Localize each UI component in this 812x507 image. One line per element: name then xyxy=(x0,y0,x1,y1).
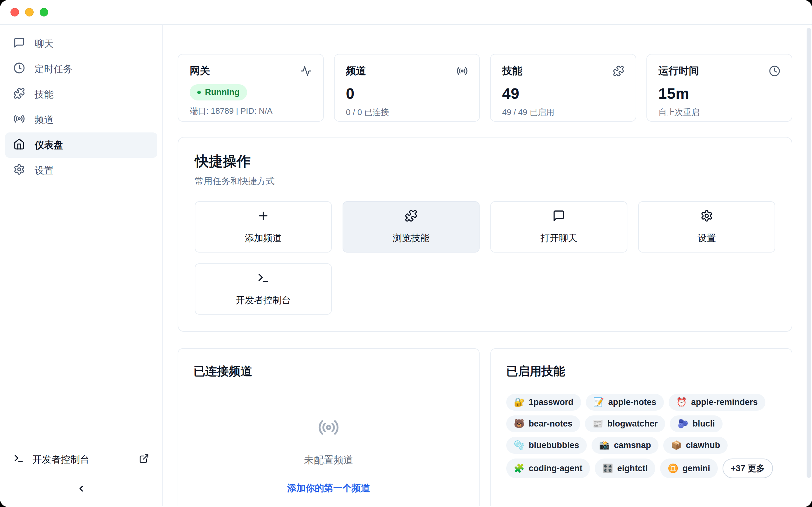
dev-console-label: 开发者控制台 xyxy=(32,453,90,466)
skill-emoji: 📝 xyxy=(594,398,604,406)
gateway-card-title: 网关 xyxy=(190,64,210,78)
skill-emoji: 🔐 xyxy=(514,398,525,406)
skill-emoji: 🫐 xyxy=(677,419,688,428)
connected-channels-card: 已连接频道 未配置频道 添加你的第一个频道 xyxy=(177,348,479,506)
gear-icon xyxy=(13,164,25,177)
sidebar: 聊天 定时任务 技能 频道 仪表盘 设置 xyxy=(0,25,163,506)
more-chip[interactable]: +37 更多 xyxy=(722,458,773,478)
skills-card: 技能 49 49 / 49 已启用 xyxy=(490,54,636,122)
skill-chip-coding-agent[interactable]: 🧩coding-agent xyxy=(506,458,590,478)
puzzle-icon xyxy=(13,88,25,101)
action-label: 开发者控制台 xyxy=(236,294,291,307)
gear-icon xyxy=(700,210,713,224)
radio-icon xyxy=(456,65,468,77)
external-link-icon[interactable] xyxy=(139,453,149,466)
quick-actions-grid: 添加频道 浏览技能 打开聊天 设置 xyxy=(195,201,775,315)
sidebar-collapse-button[interactable] xyxy=(72,480,90,498)
sidebar-item-channels[interactable]: 频道 xyxy=(5,107,157,132)
status-label: Running xyxy=(205,88,240,97)
action-label: 打开聊天 xyxy=(541,232,577,245)
skill-label: bluebubbles xyxy=(529,441,579,450)
radio-icon xyxy=(318,417,339,440)
channels-count: 0 xyxy=(346,85,468,102)
sidebar-item-label: 仪表盘 xyxy=(35,139,63,152)
quick-actions-subtitle: 常用任务和快捷方式 xyxy=(195,175,775,187)
skill-chip-1password[interactable]: 🔐1password xyxy=(506,394,581,411)
skill-chip-apple-notes[interactable]: 📝apple-notes xyxy=(586,394,664,411)
enabled-skills-title: 已启用技能 xyxy=(506,363,776,379)
skill-label: clawhub xyxy=(686,441,720,450)
skill-label: blogwatcher xyxy=(607,419,658,429)
add-first-channel-link[interactable]: 添加你的第一个频道 xyxy=(287,482,370,495)
skill-label: gemini xyxy=(682,464,710,473)
chat-bubble-icon xyxy=(553,210,565,224)
skills-card-subtext: 49 / 49 已启用 xyxy=(502,107,624,118)
skills-count: 49 xyxy=(502,85,624,102)
skill-label: 1password xyxy=(529,397,573,407)
zoom-button[interactable] xyxy=(40,8,48,16)
skill-chip-bear-notes[interactable]: 🐻bear-notes xyxy=(506,415,580,432)
scrollbar-thumb[interactable] xyxy=(807,28,811,478)
skill-chip-clawhub[interactable]: 📦clawhub xyxy=(663,437,728,454)
skill-emoji: 📸 xyxy=(599,441,610,450)
minimize-button[interactable] xyxy=(25,8,34,16)
empty-channels-text: 未配置频道 xyxy=(304,453,353,467)
skill-chip-blucli[interactable]: 🫐blucli xyxy=(670,415,722,432)
skill-chip-camsnap[interactable]: 📸camsnap xyxy=(592,437,659,454)
clock-icon xyxy=(769,65,780,77)
app-window: 聊天 定时任务 技能 频道 仪表盘 设置 xyxy=(0,0,812,507)
skill-label: camsnap xyxy=(614,441,651,450)
add-channel-button[interactable]: 添加频道 xyxy=(195,201,332,252)
skill-emoji: 📰 xyxy=(593,419,603,428)
skill-chip-eightctl[interactable]: 🎛️eightctl xyxy=(595,458,655,478)
uptime-card-title: 运行时间 xyxy=(658,64,699,78)
close-button[interactable] xyxy=(10,8,19,16)
browse-skills-button[interactable]: 浏览技能 xyxy=(343,201,479,252)
skill-emoji: 🎛️ xyxy=(602,464,613,473)
uptime-value: 15m xyxy=(658,85,780,102)
skill-chip-gemini[interactable]: ♊️gemini xyxy=(660,458,718,478)
gateway-card: 网关 Running 端口: 18789 | PID: N/A xyxy=(177,54,324,122)
action-label: 浏览技能 xyxy=(393,232,429,245)
sidebar-item-skills[interactable]: 技能 xyxy=(5,82,157,107)
sidebar-item-settings[interactable]: 设置 xyxy=(5,158,157,183)
status-dot xyxy=(197,91,201,94)
uptime-card: 运行时间 15m 自上次重启 xyxy=(647,54,793,122)
sidebar-item-label: 设置 xyxy=(35,164,54,177)
main-content: 网关 Running 端口: 18789 | PID: N/A 频道 0 xyxy=(163,25,812,506)
clock-icon xyxy=(13,62,25,76)
skill-label: eightctl xyxy=(617,464,648,473)
skill-emoji: 📦 xyxy=(671,441,681,450)
skill-label: apple-reminders xyxy=(691,397,758,407)
activity-icon xyxy=(300,65,312,77)
dev-console-button[interactable]: 开发者控制台 xyxy=(195,263,332,315)
skill-label: blucli xyxy=(693,419,715,429)
plus-icon xyxy=(257,210,270,224)
chevron-left-icon xyxy=(77,484,86,493)
sidebar-item-scheduled-tasks[interactable]: 定时任务 xyxy=(5,56,157,82)
settings-button[interactable]: 设置 xyxy=(638,201,775,252)
sidebar-item-label: 定时任务 xyxy=(35,63,72,76)
terminal-icon xyxy=(13,453,24,466)
skill-emoji: ⏰ xyxy=(676,398,687,406)
skills-card-title: 技能 xyxy=(502,64,522,78)
status-badge: Running xyxy=(190,84,247,101)
skill-chip-apple-reminders[interactable]: ⏰apple-reminders xyxy=(669,394,765,411)
dev-console-link[interactable]: 开发者控制台 xyxy=(5,447,157,471)
sidebar-item-label: 频道 xyxy=(35,113,54,126)
sidebar-item-dashboard[interactable]: 仪表盘 xyxy=(5,132,157,158)
radio-icon xyxy=(13,113,25,127)
action-label: 添加频道 xyxy=(245,232,282,245)
sidebar-item-chat[interactable]: 聊天 xyxy=(5,31,157,56)
skill-chip-bluebubbles[interactable]: 🫧bluebubbles xyxy=(506,437,587,454)
channels-card: 频道 0 0 / 0 已连接 xyxy=(334,54,480,122)
skill-chip-blogwatcher[interactable]: 📰blogwatcher xyxy=(585,415,665,432)
chat-bubble-icon xyxy=(13,37,25,51)
channels-card-title: 频道 xyxy=(346,64,366,78)
bottom-row: 已连接频道 未配置频道 添加你的第一个频道 已启用技能 🔐1password📝a… xyxy=(177,348,792,506)
terminal-icon xyxy=(257,272,270,286)
skill-emoji: ♊️ xyxy=(668,464,678,473)
connected-channels-title: 已连接频道 xyxy=(194,363,464,379)
uptime-card-subtext: 自上次重启 xyxy=(658,107,780,118)
open-chat-button[interactable]: 打开聊天 xyxy=(490,201,627,252)
